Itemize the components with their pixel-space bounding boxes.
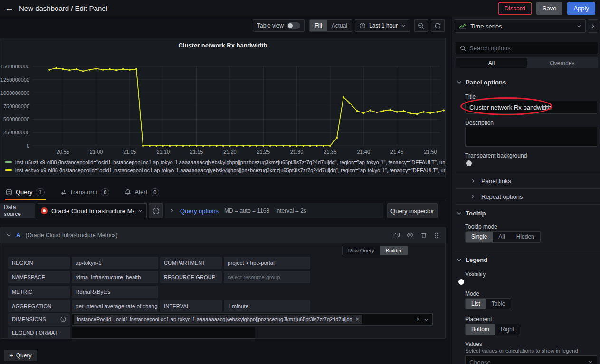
search-options-box[interactable] bbox=[456, 42, 598, 54]
legend-section-header[interactable]: Legend bbox=[457, 256, 487, 263]
chevron-down-icon bbox=[588, 360, 593, 364]
panel-title-input[interactable] bbox=[465, 101, 597, 114]
dimensions-field[interactable]: instancePoolId - ocid1.instancepool.oc1.… bbox=[72, 313, 433, 326]
drag-handle-icon[interactable] bbox=[434, 232, 439, 239]
clear-dimensions-icon[interactable]: × bbox=[416, 316, 420, 323]
chevron-down-icon bbox=[577, 24, 581, 28]
tooltip-all-option[interactable]: All bbox=[493, 232, 510, 242]
query-editor-section: A (Oracle Cloud Infrastructure Metrics) … bbox=[0, 227, 446, 339]
table-view-label: Table view bbox=[257, 22, 284, 29]
bell-icon bbox=[124, 189, 131, 196]
hide-query-eye-icon[interactable] bbox=[407, 232, 414, 239]
page-title: New dashboard / Edit Panel bbox=[19, 4, 107, 12]
tab-alert-label: Alert bbox=[134, 188, 147, 196]
query-options-row[interactable]: Query options MD = auto = 1168 Interval … bbox=[165, 203, 383, 218]
refresh-button[interactable] bbox=[431, 19, 445, 32]
aggregation-select[interactable]: per-interval average rate of change bbox=[72, 300, 158, 312]
tooltip-single-option[interactable]: Single bbox=[466, 232, 493, 242]
query-inspector-button[interactable]: Query inspector bbox=[387, 203, 438, 218]
svg-text:21:30: 21:30 bbox=[290, 149, 304, 155]
namespace-select[interactable]: rdma_infrastructure_health bbox=[72, 271, 158, 283]
info-icon[interactable]: i bbox=[60, 317, 66, 322]
timeseries-chart[interactable]: 0250000000500000000750000000100000000012… bbox=[0, 51, 445, 158]
tooltip-mode-group: Single All Hidden bbox=[465, 231, 541, 243]
title-label: Title bbox=[465, 93, 476, 100]
tooltip-section-header[interactable]: Tooltip bbox=[457, 210, 486, 217]
region-label: REGION bbox=[8, 257, 70, 269]
chevron-down-icon bbox=[457, 211, 462, 216]
actual-option[interactable]: Actual bbox=[327, 20, 352, 31]
zoom-out-button[interactable] bbox=[414, 19, 428, 32]
legend-format-label: LEGEND FORMAT bbox=[8, 327, 70, 339]
collapse-options-button[interactable] bbox=[588, 19, 598, 33]
database-icon bbox=[6, 189, 12, 196]
tab-alert[interactable]: Alert 0 bbox=[124, 184, 160, 200]
chevron-down-icon[interactable] bbox=[424, 317, 429, 322]
panel-links-section[interactable]: Panel links bbox=[452, 173, 600, 188]
legend-table-option[interactable]: Table bbox=[486, 299, 511, 309]
legend-bottom-option[interactable]: Bottom bbox=[466, 324, 495, 335]
data-source-help-button[interactable]: ? bbox=[149, 203, 163, 218]
oci-datasource-icon bbox=[41, 207, 48, 214]
tab-overrides[interactable]: Overrides bbox=[527, 58, 598, 68]
legend-right-option[interactable]: Right bbox=[495, 324, 520, 335]
legend-list-option[interactable]: List bbox=[466, 299, 486, 309]
delete-query-trash-icon[interactable] bbox=[420, 232, 427, 239]
compartment-select[interactable]: project > hpc-portal bbox=[224, 257, 310, 269]
max-data-points-text: MD = auto = 1168 bbox=[224, 207, 269, 214]
tab-query-label: Query bbox=[16, 188, 32, 196]
app-header: ← New dashboard / Edit Panel Discard Sav… bbox=[0, 0, 600, 17]
region-select[interactable]: ap-tokyo-1 bbox=[72, 257, 158, 269]
tooltip-hidden-option[interactable]: Hidden bbox=[511, 232, 540, 242]
chevron-down-icon[interactable] bbox=[6, 233, 11, 238]
tab-query[interactable]: Query 1 bbox=[5, 184, 46, 200]
table-view-toggle[interactable] bbox=[287, 22, 300, 29]
data-source-picker[interactable]: Oracle Cloud Infrastructure Metrics bbox=[37, 203, 147, 218]
apply-button[interactable]: Apply bbox=[567, 2, 595, 15]
raw-query-option[interactable]: Raw Query bbox=[343, 246, 380, 255]
search-options-input[interactable] bbox=[469, 42, 594, 54]
save-button[interactable]: Save bbox=[536, 2, 563, 15]
dimension-chip[interactable]: instancePoolId - ocid1.instancepool.oc1.… bbox=[74, 315, 362, 324]
plus-icon: + bbox=[10, 352, 13, 359]
add-query-button[interactable]: + Query bbox=[4, 350, 37, 361]
legend-format-input[interactable] bbox=[72, 327, 255, 339]
time-range-picker[interactable]: Last 1 hour bbox=[355, 19, 410, 32]
svg-text:21:35: 21:35 bbox=[324, 149, 337, 155]
metric-select[interactable]: RdmaRxBytes bbox=[72, 286, 158, 298]
description-textarea[interactable] bbox=[465, 127, 597, 147]
legend-placement-group: Bottom Right bbox=[465, 324, 520, 335]
svg-text:21:15: 21:15 bbox=[190, 149, 203, 155]
description-label: Description bbox=[465, 120, 494, 126]
legend-placement-label: Placement bbox=[465, 316, 492, 323]
query-builder-body: Raw Query Builder REGION ap-tokyo-1 COMP… bbox=[0, 243, 445, 338]
remove-dimension-icon[interactable]: × bbox=[356, 316, 359, 323]
repeat-options-section[interactable]: Repeat options bbox=[452, 189, 600, 204]
chart-panel-title: Cluster network Rx bandwidth bbox=[0, 38, 445, 51]
legend-values-select[interactable]: Choose bbox=[465, 355, 597, 364]
interval-select[interactable]: 1 minute bbox=[224, 300, 310, 312]
tab-transform[interactable]: Transform 0 bbox=[59, 184, 111, 200]
query-a-header[interactable]: A (Oracle Cloud Infrastructure Metrics) bbox=[0, 227, 445, 243]
chart-panel: Cluster network Rx bandwidth 02500000005… bbox=[0, 38, 446, 177]
builder-option[interactable]: Builder bbox=[380, 246, 408, 255]
fill-option[interactable]: Fill bbox=[310, 20, 326, 31]
query-options-label[interactable]: Query options bbox=[180, 207, 219, 215]
panel-options-section-header[interactable]: Panel options bbox=[457, 79, 506, 86]
data-source-name: Oracle Cloud Infrastructure Metrics bbox=[51, 207, 134, 215]
chevron-down-icon bbox=[138, 208, 143, 213]
visualization-picker[interactable]: Time series bbox=[455, 19, 586, 33]
svg-text:21:50: 21:50 bbox=[424, 149, 437, 155]
resource-group-select[interactable]: select resource group bbox=[224, 271, 310, 283]
legend-item[interactable]: inst-u5uzt-x9-ol88 {instancepoolid="ocid… bbox=[0, 158, 445, 166]
duplicate-query-icon[interactable] bbox=[393, 232, 400, 239]
back-arrow-icon[interactable]: ← bbox=[5, 3, 19, 14]
tab-all[interactable]: All bbox=[456, 58, 527, 68]
divider bbox=[456, 251, 600, 251]
dimensions-label-box: DIMENSIONS i bbox=[8, 313, 70, 326]
legend-item[interactable]: inst-echvo-x9-ol88 {instancepoolid="ocid… bbox=[0, 166, 445, 174]
svg-text:500000000: 500000000 bbox=[3, 116, 29, 122]
discard-button[interactable]: Discard bbox=[498, 2, 532, 15]
transform-icon bbox=[60, 189, 67, 196]
svg-text:21:20: 21:20 bbox=[223, 149, 237, 155]
